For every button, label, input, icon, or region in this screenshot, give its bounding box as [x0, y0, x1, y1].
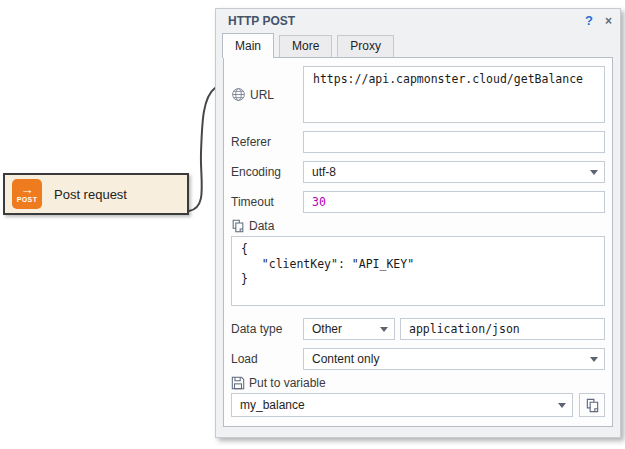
copy-pages-icon: [585, 398, 600, 413]
chevron-down-icon: [558, 403, 566, 408]
encoding-value: utf-8: [312, 165, 590, 179]
dialog-title: HTTP POST: [228, 14, 585, 28]
chevron-down-icon: [590, 170, 598, 175]
put-to-variable-label: Put to variable: [231, 376, 605, 390]
load-row: Load Content only: [231, 348, 605, 370]
dialog-titlebar[interactable]: HTTP POST ? ×: [216, 9, 620, 32]
encoding-label: Encoding: [231, 165, 303, 179]
data-type-dropdown[interactable]: Other: [303, 318, 395, 340]
load-dropdown[interactable]: Content only: [303, 348, 605, 370]
tab-proxy[interactable]: Proxy: [337, 35, 394, 57]
load-label: Load: [231, 352, 303, 366]
url-row: URL https://api.capmonster.cloud/getBala…: [231, 66, 605, 123]
workflow-canvas: → POST Post request HTTP POST ? × Main M…: [0, 0, 625, 449]
put-to-variable-label-text: Put to variable: [249, 376, 326, 390]
tab-main[interactable]: Main: [222, 33, 274, 58]
tab-more[interactable]: More: [279, 35, 332, 57]
post-icon-arrow: →: [21, 184, 34, 195]
url-label-text: URL: [250, 88, 274, 102]
data-type-value: Other: [312, 322, 380, 336]
chevron-down-icon: [380, 327, 388, 332]
url-input[interactable]: https://api.capmonster.cloud/getBalance: [303, 66, 605, 123]
node-label: Post request: [54, 187, 127, 202]
save-floppy-icon: [231, 376, 245, 390]
data-input[interactable]: { "clientKey": "API_KEY" }: [231, 236, 605, 306]
post-request-node[interactable]: → POST Post request: [3, 173, 189, 215]
copy-pages-icon: [231, 219, 245, 233]
referer-row: Referer: [231, 131, 605, 153]
encoding-row: Encoding utf-8: [231, 161, 605, 183]
close-icon[interactable]: ×: [605, 14, 612, 28]
chevron-down-icon: [590, 357, 598, 362]
post-icon: → POST: [12, 179, 42, 209]
data-type-row: Data type Other: [231, 318, 605, 340]
encoding-dropdown[interactable]: utf-8: [303, 161, 605, 183]
globe-www-icon: [231, 87, 246, 102]
variable-value: my_balance: [240, 398, 558, 412]
url-label: URL: [231, 87, 303, 102]
copy-variable-button[interactable]: [579, 393, 605, 417]
data-label: Data: [231, 219, 605, 233]
mime-type-input[interactable]: [400, 318, 605, 340]
variable-dropdown[interactable]: my_balance: [231, 393, 573, 417]
variable-row: my_balance: [231, 393, 605, 417]
help-icon[interactable]: ?: [585, 13, 593, 28]
load-value: Content only: [312, 352, 590, 366]
referer-input[interactable]: [303, 131, 605, 153]
timeout-input[interactable]: [303, 191, 605, 213]
referer-label: Referer: [231, 135, 303, 149]
timeout-row: Timeout: [231, 191, 605, 213]
http-post-dialog: HTTP POST ? × Main More Proxy: [215, 8, 621, 438]
data-label-text: Data: [249, 219, 274, 233]
tab-strip: Main More Proxy: [216, 32, 620, 57]
data-type-label: Data type: [231, 322, 303, 336]
timeout-label: Timeout: [231, 195, 303, 209]
main-tab-panel: URL https://api.capmonster.cloud/getBala…: [223, 57, 613, 427]
post-icon-caption: POST: [17, 195, 38, 204]
